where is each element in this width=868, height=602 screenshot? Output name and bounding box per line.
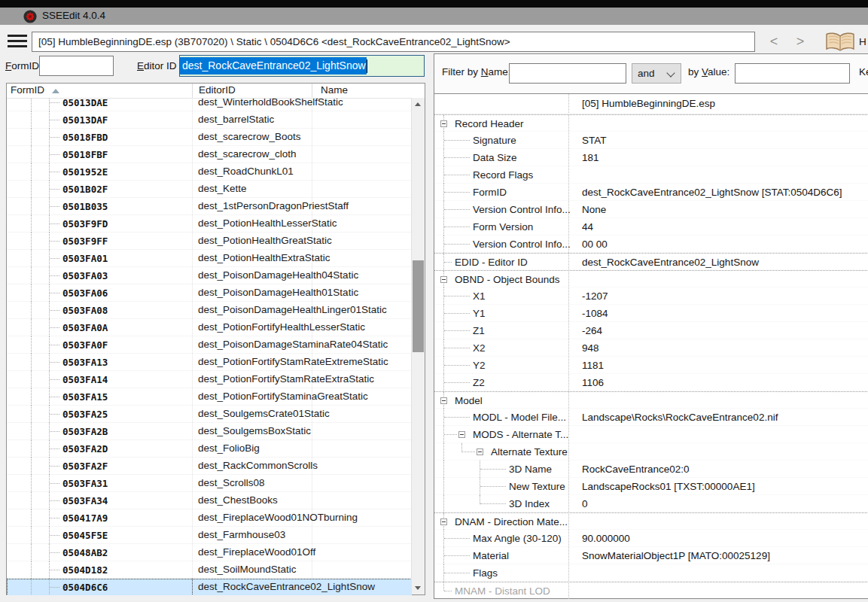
- left-vertical-scrollbar[interactable]: [411, 98, 425, 594]
- column-header-formid[interactable]: FormID: [11, 84, 44, 96]
- cell-editorid: dest_Farmhouse03: [198, 529, 285, 540]
- table-row[interactable]: 0503FA0Fdest_PoisonDamageStaminaRate04St…: [7, 336, 412, 354]
- text-caret: [367, 59, 367, 73]
- inspector-row[interactable]: MaterialSnowMaterialObject1P [MATO:00025…: [434, 547, 868, 564]
- field-name: OBND - Object Bounds: [455, 274, 560, 285]
- table-row[interactable]: 0503F9FDdest_PotionHealthLesserStatic: [7, 215, 412, 233]
- inspector-row[interactable]: FormIDdest_RockCaveEntrance02_LightSnow …: [434, 184, 868, 201]
- inspector-row[interactable]: MODL - Model File...Landscape\Rocks\Rock…: [434, 409, 868, 426]
- scroll-up-button[interactable]: [412, 98, 425, 111]
- inspector-row[interactable]: Form Version44: [434, 218, 868, 236]
- inspector-row[interactable]: MNAM - Distant LOD: [434, 582, 868, 599]
- table-row[interactable]: 0503FA2Fdest_RackCommonScrolls: [7, 458, 412, 475]
- table-row[interactable]: 0503FA06dest_PoisonDamageHealth01Static: [7, 284, 412, 302]
- inspector-row[interactable]: DNAM - Direction Mate...: [434, 512, 868, 530]
- menu-icon[interactable]: [8, 35, 27, 47]
- inspector-row[interactable]: Record Flags: [434, 166, 868, 184]
- inspector-row[interactable]: Model: [434, 391, 868, 409]
- table-row[interactable]: 0503FA03dest_PoisonDamageHealth04Static: [7, 267, 412, 284]
- collapse-expander-icon[interactable]: [458, 431, 465, 438]
- inspector-row[interactable]: SignatureSTAT: [434, 132, 868, 149]
- plugin-column-header-row[interactable]: [05] HumbleBeginningDE.esp: [434, 94, 868, 114]
- back-button[interactable]: <: [765, 32, 783, 50]
- cell-editorid: dest_PoisonDamageHealth04Static: [198, 269, 358, 281]
- editorid-input[interactable]: dest_RockCaveEntrance02_LightSnow: [179, 55, 425, 77]
- inspector-row[interactable]: MODS - Alternate T...: [434, 426, 868, 443]
- table-row[interactable]: 05048AB2dest_FireplaceWood01Off: [7, 544, 412, 561]
- table-row[interactable]: 05013DAFdest_barrelStatic: [7, 111, 412, 129]
- help-label-cut[interactable]: H: [859, 36, 866, 47]
- collapse-expander-icon[interactable]: [440, 518, 447, 525]
- table-row[interactable]: 05018FBFdest_scarecrow_cloth: [7, 146, 412, 163]
- cell-formid: 0503FA0F: [62, 339, 108, 351]
- table-row[interactable]: 0503FA34dest_ChestBooks: [7, 492, 412, 509]
- column-header-name[interactable]: Name: [321, 84, 348, 96]
- table-row[interactable]: 0501B035dest_1stPersonDragonPriestStaff: [7, 198, 412, 215]
- forward-button[interactable]: >: [791, 32, 809, 50]
- field-name: Record Flags: [473, 169, 533, 181]
- record-view-panel: Filter by Name: and by Value: Ke [05] Hu…: [434, 53, 868, 599]
- inspector-row[interactable]: Flags: [434, 564, 868, 582]
- table-row[interactable]: 0503FA08dest_PoisonDamageHealthLinger01S…: [7, 302, 412, 319]
- filter-name-input[interactable]: [509, 63, 626, 84]
- table-row[interactable]: 0503FA14dest_PotionFortifyStamRateExtraS…: [7, 371, 412, 388]
- inspector-row[interactable]: Version Control Info...None: [434, 201, 868, 218]
- record-path-bar[interactable]: [05] HumbleBeginningDE.esp (3B707020) \ …: [32, 32, 755, 52]
- table-header[interactable]: FormID EditorID Name: [7, 84, 425, 99]
- inspector-row[interactable]: Max Angle (30-120)90.000000: [434, 530, 868, 547]
- cell-editorid: dest_scarecrow_cloth: [198, 148, 297, 160]
- table-row[interactable]: 0501B02Fdest_Kette: [7, 181, 412, 198]
- table-row[interactable]: 0503FA15dest_PotionFortifyStaminaGreatSt…: [7, 388, 412, 406]
- inspector-row[interactable]: Y1-1084: [434, 305, 868, 322]
- table-row[interactable]: 0503FA2Ddest_FolioBig: [7, 440, 412, 458]
- table-row[interactable]: 0503FA2Bdest_SoulgemsBoxStatic: [7, 423, 412, 440]
- table-row[interactable]: 0504D6C6dest_RockCaveEntrance02_LightSno…: [7, 579, 412, 595]
- table-row[interactable]: 05018FBDdest_scarecrow_Boots: [7, 129, 412, 146]
- collapse-expander-icon[interactable]: [440, 120, 447, 127]
- table-row[interactable]: 05045F5Edest_Farmhouse03: [7, 527, 412, 544]
- table-row[interactable]: 05013DAEdest_WinterholdBookShelfStatic: [7, 98, 412, 111]
- field-value: RockCaveEntrance02:0: [582, 464, 690, 475]
- inspector-row[interactable]: EDID - Editor IDdest_RockCaveEntrance02_…: [434, 253, 868, 270]
- cell-editorid: dest_PotionFortifyStaminaGreatStatic: [198, 391, 368, 402]
- column-divider[interactable]: [312, 84, 312, 98]
- inspector-row[interactable]: Z21106: [434, 374, 868, 391]
- table-row[interactable]: 0503FA31dest_Scrolls08: [7, 475, 412, 492]
- inspector-row[interactable]: OBND - Object Bounds: [434, 270, 868, 287]
- table-row[interactable]: 0503F9FFdest_PotionHealthGreatStatic: [7, 233, 412, 250]
- inspector-row[interactable]: 3D Index0: [434, 495, 868, 512]
- table-row[interactable]: 0503FA01dest_PotionHealthExtraStatic: [7, 250, 412, 267]
- formid-input[interactable]: [39, 56, 114, 76]
- collapse-expander-icon[interactable]: [440, 276, 447, 283]
- book-icon[interactable]: [825, 32, 855, 52]
- collapse-expander-icon[interactable]: [440, 397, 447, 404]
- inspector-row[interactable]: X2948: [434, 339, 868, 357]
- inspector-row[interactable]: X1-1207: [434, 287, 868, 305]
- inspector-row[interactable]: Record Header: [434, 114, 868, 132]
- inspector-row[interactable]: Z1-264: [434, 322, 868, 339]
- inspector-row[interactable]: Data Size181: [434, 149, 868, 166]
- table-row[interactable]: 0504D182dest_SoilMoundStatic: [7, 561, 412, 579]
- table-row[interactable]: 050417A9dest_FireplaceWood01NOTburning: [7, 509, 412, 527]
- inspector-row[interactable]: Alternate Texture: [434, 443, 868, 461]
- filter-value-input[interactable]: [735, 63, 850, 84]
- inspector-tree: [05] HumbleBeginningDE.esp Record Header…: [434, 94, 868, 599]
- field-value: dest_RockCaveEntrance02_LightSnow: [582, 257, 759, 268]
- collapse-expander-icon[interactable]: [477, 448, 483, 455]
- column-divider[interactable]: [192, 84, 193, 98]
- field-value: 0: [582, 498, 588, 509]
- scroll-down-button[interactable]: [412, 582, 425, 594]
- filter-operator-select[interactable]: and: [632, 63, 681, 84]
- table-row[interactable]: 0503FA0Adest_PotionFortifyHealthLesserSt…: [7, 319, 412, 336]
- column-header-editorid[interactable]: EditorID: [199, 84, 236, 96]
- table-row[interactable]: 0501952Edest_RoadChunkL01: [7, 163, 412, 181]
- field-value: 00 00: [582, 239, 608, 250]
- inspector-row[interactable]: 3D NameRockCaveEntrance02:0: [434, 461, 868, 478]
- cell-formid: 0503FA2F: [62, 461, 108, 472]
- inspector-row[interactable]: Version Control Info...00 00: [434, 236, 868, 253]
- inspector-row[interactable]: New TextureLandscapeRocks01 [TXST:00000A…: [434, 478, 868, 495]
- table-row[interactable]: 0503FA25dest_SoulgemsCrate01Static: [7, 406, 412, 423]
- inspector-row[interactable]: Y21181: [434, 357, 868, 374]
- table-row[interactable]: 0503FA13dest_PotionFortifyStamRateExtrem…: [7, 354, 412, 371]
- scroll-thumb[interactable]: [413, 260, 424, 352]
